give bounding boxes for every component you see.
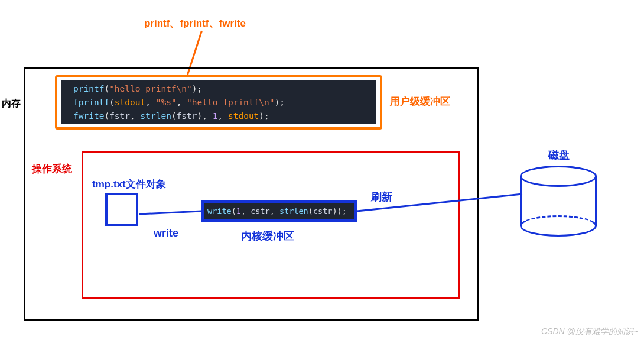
code-var: cstr [251,206,270,216]
memory-label: 内存 [2,98,21,110]
refresh-label: 刷新 [371,190,392,204]
os-label: 操作系统 [32,162,72,176]
disk-cylinder-icon [520,166,597,237]
code-var: stdout [228,111,259,121]
user-buffer-code: printf("hello printf\n"); fprintf(stdout… [61,80,376,124]
code-str: "hello fprintf\n" [187,98,274,107]
code-num: 1 [213,111,218,121]
code-var: stdout [115,98,145,107]
code-fn: write [207,206,232,216]
disk-label: 磁盘 [548,148,570,162]
watermark: CSDN @没有难学的知识~ [541,326,638,337]
code-fn: fprintf [73,98,109,107]
kernel-buffer-label: 内核缓冲区 [241,229,294,243]
code-fn: strlen [141,111,171,121]
code-fn: fwrite [73,111,104,121]
write-label: write [154,227,178,240]
code-fn: printf [73,84,104,93]
code-num: 1 [236,206,241,216]
os-box [82,151,460,299]
kernel-buffer-code: write(1, cstr, strlen(cstr)); [204,203,354,219]
code-var: cstr [313,206,333,216]
code-var: fstr [109,111,130,121]
code-str: "hello printf\n" [109,84,192,93]
code-fn: strlen [279,206,308,216]
code-var: fstr [177,111,197,121]
code-str: "%s" [156,98,177,107]
user-buffer-label: 用户级缓冲区 [390,95,450,108]
tmp-file-box [105,193,138,226]
title-printf-fprintf-fwrite: printf、fprintf、fwrite [144,17,246,30]
tmp-file-label: tmp.txt文件对象 [92,177,166,191]
